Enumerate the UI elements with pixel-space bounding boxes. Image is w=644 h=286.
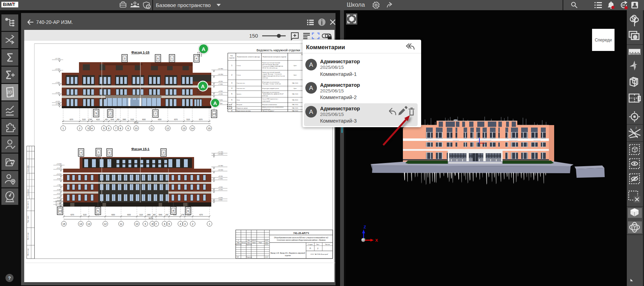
svg-text:X: X [375, 238, 378, 242]
svg-text:Комментарии: Комментарии [306, 44, 345, 50]
svg-text:2: 2 [636, 126, 637, 129]
svg-text:2025/06/15: 2025/06/15 [320, 65, 344, 70]
svg-text:2025/06/15: 2025/06/15 [320, 112, 344, 117]
svg-text:Комментарий-3: Комментарий-3 [320, 118, 357, 124]
svg-text:A: A [309, 61, 313, 68]
svg-text:A: A [309, 109, 313, 115]
svg-text:Z: Z [364, 225, 366, 229]
svg-text:1: 1 [630, 128, 631, 131]
svg-text:Комментарий-2: Комментарий-2 [320, 95, 357, 100]
svg-text:Администратор: Администратор [320, 59, 360, 64]
svg-text:Администратор: Администратор [320, 106, 360, 111]
svg-text:Комментарий-1: Комментарий-1 [320, 71, 357, 77]
svg-text:2025/06/15: 2025/06/15 [320, 88, 344, 93]
svg-text:A: A [309, 85, 313, 91]
svg-text:Администратор: Администратор [320, 82, 360, 88]
